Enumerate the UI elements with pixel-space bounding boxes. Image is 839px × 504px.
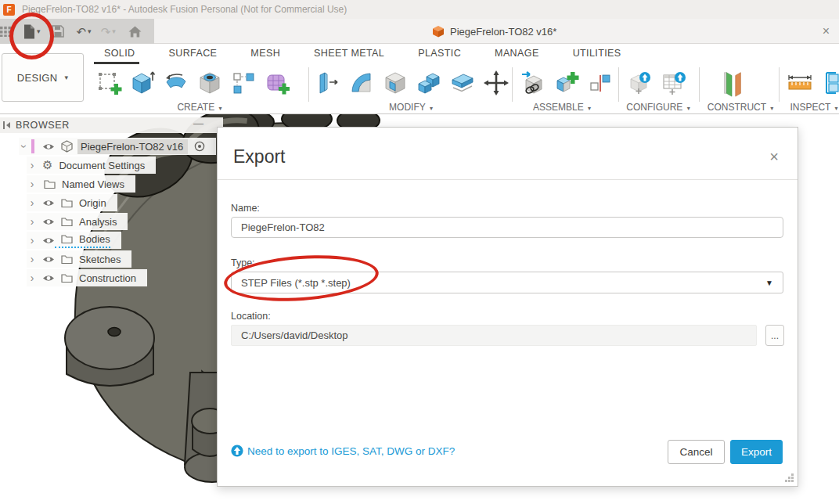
new-component-icon[interactable] [518, 67, 548, 99]
expand-chevron-icon[interactable]: › [27, 253, 38, 265]
home-icon [128, 26, 142, 38]
ribbon-tab-bar: SOLID SURFACE MESH SHEET METAL PLASTIC M… [104, 48, 621, 59]
expand-chevron-icon[interactable]: › [27, 196, 38, 209]
pattern-icon[interactable] [229, 67, 258, 99]
home-view-button[interactable] [128, 20, 142, 42]
joint-icon[interactable] [552, 67, 582, 99]
extrude-icon[interactable] [128, 67, 157, 99]
tab-plastic[interactable]: PLASTIC [418, 48, 461, 59]
browser-row-label: Named Views [62, 178, 124, 190]
group-separator [618, 67, 619, 102]
undo-icon: ↶ [77, 26, 87, 38]
expand-chevron-icon[interactable]: › [27, 159, 38, 171]
name-field-label: Name: [231, 203, 260, 214]
browser-row-analysis[interactable]: › Analysis [27, 213, 128, 230]
location-field: C:/Users/david/Desktop [231, 325, 757, 346]
press-pull-icon[interactable] [313, 67, 343, 99]
browser-row-named-views[interactable]: › Named Views [27, 175, 135, 193]
select-dropdown-arrow-icon: ▼ [765, 279, 773, 287]
tab-manage[interactable]: MANAGE [495, 48, 539, 59]
visibility-eye-icon[interactable] [42, 218, 55, 226]
configuration-table-icon[interactable] [660, 67, 690, 99]
expand-chevron-icon[interactable]: › [27, 234, 38, 247]
inspect-group-label[interactable]: INSPECT ▾ [783, 102, 839, 113]
annotation-circle-file-menu [9, 13, 54, 59]
active-edit-bar [31, 139, 34, 153]
assemble-group-label[interactable]: ASSEMBLE ▾ [510, 102, 614, 113]
tab-surface[interactable]: SURFACE [169, 48, 218, 59]
expand-chevron-icon[interactable]: › [27, 272, 38, 284]
browse-location-button[interactable]: ... [765, 325, 784, 346]
rigid-group-icon[interactable] [585, 67, 615, 99]
visibility-eye-icon[interactable] [42, 199, 55, 207]
browser-row-bodies[interactable]: › Bodies [27, 232, 121, 249]
expand-chevron-icon[interactable]: › [18, 141, 31, 152]
visibility-eye-icon[interactable] [42, 255, 55, 264]
measure-icon[interactable] [785, 67, 815, 99]
export-button[interactable]: Export [730, 440, 783, 464]
tab-utilities[interactable]: UTILITIES [573, 48, 621, 59]
inspect-caret-icon: ▾ [835, 105, 838, 112]
browser-title: BROWSER [16, 120, 70, 131]
shell-icon[interactable] [380, 67, 410, 99]
title-bar: F PiegeFrelon-TO82 v16* - Autodesk Fusio… [0, 0, 839, 19]
workspace-label: DESIGN [17, 72, 58, 84]
group-separator [699, 67, 700, 102]
undo-button[interactable]: ↶ ▾ [77, 20, 92, 42]
expand-chevron-icon[interactable]: › [27, 215, 38, 228]
info-up-arrow-icon [231, 445, 243, 457]
collapse-panel-icon[interactable] [3, 121, 11, 129]
fusion-logo-icon: F [3, 4, 15, 16]
configure-group-label[interactable]: CONFIGURE ▾ [618, 102, 698, 113]
dialog-close-button[interactable]: × [769, 148, 779, 166]
redo-icon: ↷ [101, 26, 111, 38]
activate-component-radio[interactable] [194, 141, 205, 152]
visibility-eye-icon[interactable] [42, 236, 55, 245]
create-sketch-icon[interactable] [94, 67, 124, 99]
tab-close-button[interactable]: × [823, 19, 830, 44]
visibility-eye-icon[interactable] [42, 274, 55, 283]
tab-solid[interactable]: SOLID [104, 48, 135, 59]
name-input[interactable] [231, 217, 783, 238]
folder-icon [61, 217, 73, 226]
browser-row-document-settings[interactable]: › ⚙ Document Settings [27, 157, 156, 174]
hole-icon[interactable] [195, 67, 225, 99]
expand-chevron-icon[interactable]: › [27, 178, 38, 190]
move-copy-icon[interactable] [481, 67, 511, 99]
browser-row-origin[interactable]: › Origin [27, 194, 117, 211]
construct-group-label[interactable]: CONSTRUCT ▾ [693, 102, 788, 113]
combine-icon[interactable] [414, 67, 444, 99]
document-tab[interactable]: PiegeFrelon-TO82 v16* [432, 19, 556, 44]
assemble-group [518, 66, 615, 100]
fillet-icon[interactable] [347, 67, 376, 99]
redo-button[interactable]: ↷ ▾ [101, 20, 116, 42]
visibility-eye-icon[interactable] [42, 142, 55, 151]
split-body-icon[interactable] [448, 67, 477, 99]
configure-group [626, 66, 690, 100]
group-separator [308, 67, 309, 102]
tab-mesh[interactable]: MESH [250, 48, 280, 59]
cancel-button[interactable]: Cancel [668, 440, 725, 464]
dialog-resize-grip[interactable] [784, 473, 794, 483]
browser-row-sketches[interactable]: › Sketches [27, 250, 131, 268]
revolve-icon[interactable] [161, 67, 191, 99]
bodies-underline-annotation: Bodies [55, 233, 110, 248]
section-analysis-icon[interactable] [819, 67, 839, 99]
browser-root-row[interactable]: › PiegeFrelon-TO82 v16 [19, 138, 216, 155]
location-field-label: Location: [231, 311, 271, 322]
create-group-label[interactable]: CREATE ▾ [94, 102, 305, 113]
tab-sheet-metal[interactable]: SHEET METAL [314, 48, 384, 59]
modify-caret-icon: ▾ [430, 105, 433, 112]
dialog-title: Export [233, 146, 285, 167]
panel-resize-handle[interactable]: — [193, 117, 203, 129]
browser-row-construction[interactable]: › Construction [27, 269, 147, 286]
root-component-label[interactable]: PiegeFrelon-TO82 v16 [77, 139, 188, 154]
modify-group-label[interactable]: MODIFY ▾ [313, 102, 509, 113]
export-help-row[interactable]: Need to export to IGES, SAT, DWG or DXF? [231, 445, 455, 457]
workspace-selector[interactable]: DESIGN ▾ [2, 53, 84, 102]
create-form-icon[interactable] [262, 67, 292, 99]
component-cube-icon [61, 140, 73, 153]
export-help-link[interactable]: Need to export to IGES, SAT, DWG or DXF? [247, 445, 455, 457]
construction-plane-icon[interactable] [717, 67, 747, 99]
configuration-icon[interactable] [626, 67, 656, 99]
